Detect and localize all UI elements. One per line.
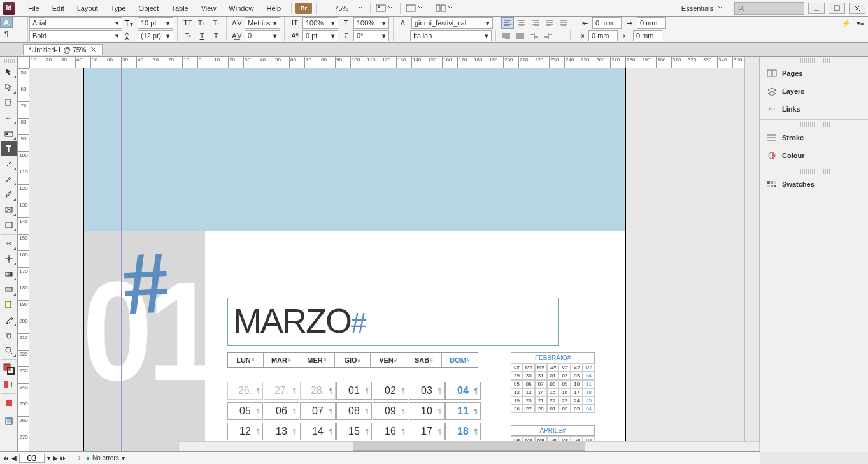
last-page-button[interactable]: ⏭ (60, 454, 67, 461)
type-tool[interactable]: T (1, 141, 17, 156)
apply-color-icon[interactable] (1, 396, 17, 410)
chevron-down-icon[interactable] (447, 4, 456, 13)
leading-combo[interactable]: (12 pt)▾ (138, 30, 173, 41)
calendar-body[interactable]: 26.¶27.¶28.¶01¶02¶03¶04¶05¶06¶07¶08¶09¶1… (227, 382, 481, 443)
allcaps-icon[interactable]: TT (181, 17, 194, 29)
panel-links[interactable]: Links (760, 100, 868, 118)
menu-help[interactable]: Help (260, 0, 287, 17)
content-collector-tool[interactable] (1, 126, 17, 140)
hand-tool[interactable] (1, 328, 17, 342)
chevron-down-icon[interactable] (357, 4, 366, 13)
first-page-button[interactable]: ⏮ (3, 454, 9, 461)
bridge-icon[interactable]: Br (295, 3, 312, 14)
lastline-indent-field[interactable]: 0 mm (633, 30, 662, 41)
menu-window[interactable]: Window (222, 0, 260, 17)
close-icon[interactable] (90, 47, 97, 53)
free-transform-tool[interactable] (1, 252, 17, 266)
ruler-horizontal[interactable]: 1020304050605040302010010203040506070809… (29, 57, 744, 68)
skew-field[interactable]: 0°▾ (353, 30, 389, 41)
chevron-down-icon[interactable] (417, 4, 426, 13)
note-tool[interactable] (1, 298, 17, 312)
mini-calendar-prev[interactable]: FEBBRAIO#L#M#M#G#V#S#D#29303101020304050… (511, 352, 595, 413)
align-right-button[interactable] (529, 17, 542, 29)
minimize-button[interactable] (808, 3, 825, 14)
scissors-tool[interactable]: ✂ (1, 236, 17, 250)
menu-type[interactable]: Type (104, 0, 132, 17)
workspace-switcher[interactable]: Essentials (676, 2, 732, 15)
menu-edit[interactable]: Edit (46, 0, 71, 17)
gap-tool[interactable]: ↔ (1, 111, 17, 125)
screen-mode-icon[interactable] (404, 3, 417, 14)
hscale-combo[interactable]: 100%▾ (353, 17, 389, 29)
font-size-combo[interactable]: 10 pt▾ (138, 17, 173, 29)
selection-tool[interactable] (1, 65, 17, 79)
vscale-combo[interactable]: 100%▾ (302, 17, 338, 29)
menu-table[interactable]: Table (165, 0, 194, 17)
zoom-field[interactable]: 75% (325, 4, 366, 13)
month-title-frame[interactable]: MARZO# (227, 298, 559, 346)
rectangle-tool[interactable] (1, 218, 17, 232)
align-away-spine-button[interactable] (542, 30, 555, 41)
canvas[interactable]: 018 # MARZO# LUN#MAR#MER#GIO#VEN#SAB#DOM… (29, 68, 744, 452)
pencil-tool[interactable] (1, 187, 17, 201)
zoom-tool[interactable] (1, 344, 17, 358)
indent-right-field[interactable]: 0 mm (637, 17, 666, 29)
indent-left-field[interactable]: 0 mm (592, 17, 622, 29)
superscript-icon[interactable]: T¹ (210, 17, 222, 29)
panel-colour[interactable]: Colour (760, 147, 868, 164)
ruler-vertical[interactable]: 5060708090100110120130140150160170180190… (18, 68, 29, 452)
calendar-header[interactable]: LUN#MAR#MER#GIO#VEN#SAB#DOM# (227, 352, 478, 368)
justify-right-button[interactable] (500, 30, 513, 41)
close-button[interactable] (849, 3, 865, 14)
eyedropper-tool[interactable] (1, 313, 17, 327)
view-mode-icon[interactable] (1, 414, 17, 428)
document-tab[interactable]: *Untitled-1 @ 75% (23, 44, 103, 55)
horizontal-scrollbar[interactable] (178, 441, 760, 451)
pen-tool[interactable] (1, 172, 17, 186)
strike-icon[interactable]: T (210, 30, 222, 41)
arrange-icon[interactable] (434, 3, 447, 14)
chevron-down-icon[interactable] (387, 4, 396, 13)
maximize-button[interactable] (829, 3, 845, 14)
tracking-combo[interactable]: 0▾ (245, 30, 280, 41)
page-tool[interactable] (1, 96, 17, 110)
menu-layout[interactable]: Layout (71, 0, 104, 17)
font-family-combo[interactable]: Arial▾ (29, 17, 122, 29)
justify-center-button[interactable] (557, 17, 570, 29)
char-style-combo[interactable]: giorni_festivi_cal▾ (411, 17, 493, 29)
character-mode-button[interactable]: A (0, 17, 13, 28)
view-options-icon[interactable] (374, 3, 387, 14)
rectangle-frame-tool[interactable] (1, 203, 17, 217)
gradient-swatch-tool[interactable] (1, 267, 17, 281)
underline-icon[interactable]: T (196, 30, 208, 41)
panel-pages[interactable]: Pages (760, 64, 868, 82)
gradient-feather-tool[interactable] (1, 282, 17, 296)
paragraph-mode-button[interactable]: ¶ (0, 28, 13, 40)
next-page-button[interactable]: ▶ (53, 454, 58, 461)
ruler-origin[interactable] (18, 57, 29, 68)
align-toward-spine-button[interactable] (528, 30, 541, 41)
menu-view[interactable]: View (195, 0, 223, 17)
panel-stroke[interactable]: Stroke (760, 129, 868, 147)
justify-all-button[interactable] (514, 30, 527, 41)
panel-swatches[interactable]: Swatches (760, 175, 868, 193)
direct-selection-tool[interactable] (1, 80, 17, 94)
formatting-container-icon[interactable]: T (1, 377, 17, 391)
firstline-indent-field[interactable]: 0 mm (588, 30, 618, 41)
align-left-button[interactable] (501, 17, 514, 29)
justify-left-button[interactable] (543, 17, 556, 29)
baseline-field[interactable]: 0 pt▾ (302, 30, 338, 41)
menu-file[interactable]: File (22, 0, 46, 17)
kerning-combo[interactable]: Metrics▾ (245, 17, 280, 29)
menu-object[interactable]: Object (132, 0, 166, 17)
prev-page-button[interactable]: ◀ (11, 454, 17, 461)
collapsed-panel-strip[interactable] (744, 57, 760, 452)
panel-layers[interactable]: Layers (760, 82, 868, 100)
panel-menu-icon[interactable]: ▾≡ (854, 17, 867, 29)
line-tool[interactable] (1, 157, 17, 171)
page-dropdown-button[interactable]: ▾ (47, 454, 50, 461)
subscript-icon[interactable]: T₁ (181, 30, 194, 41)
preflight-status-icon[interactable]: ● (86, 454, 90, 461)
language-combo[interactable]: Italian▾ (410, 30, 492, 41)
font-style-combo[interactable]: Bold▾ (29, 30, 122, 41)
